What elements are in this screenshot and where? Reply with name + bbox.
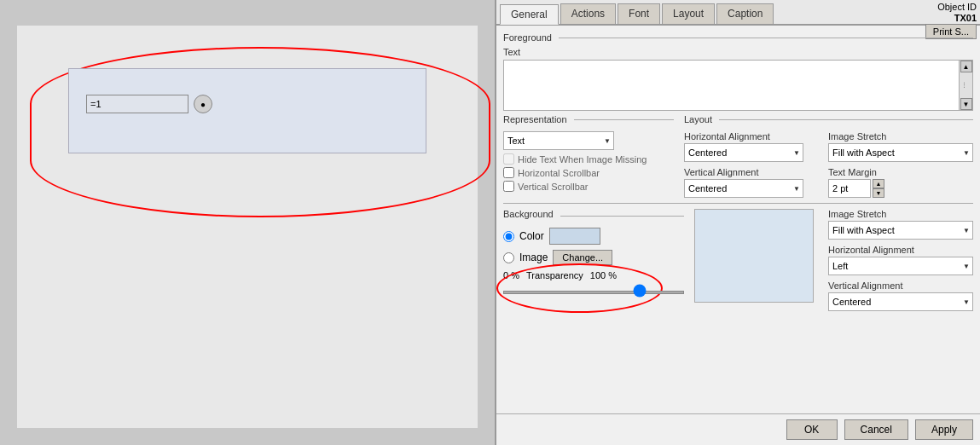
representation-dropdown-row: Text Image Both (503, 131, 674, 150)
bg-image-stretch-select-wrapper: Fill with Aspect Stretch None (828, 221, 973, 240)
bg-left: Background Color Image Change... (503, 209, 684, 311)
bg-v-align-select-wrapper: Centered Top Bottom (828, 292, 973, 311)
text-margin-input[interactable] (828, 179, 871, 198)
object-id-value: TX01 (954, 13, 977, 23)
image-stretch-select[interactable]: Fill with Aspect Stretch None (828, 143, 973, 162)
v-align-label: Vertical Alignment (684, 167, 823, 177)
bg-h-align-select[interactable]: Left Centered Right (828, 257, 973, 275)
tab-caption[interactable]: Caption (716, 3, 774, 24)
representation-select-wrapper: Text Image Both (503, 131, 614, 150)
h-align-field: Horizontal Alignment Centered Left Right (684, 131, 823, 162)
button-bar: OK Cancel Apply (496, 413, 980, 445)
h-align-select-wrapper: Centered Left Right (684, 143, 803, 162)
foreground-text-area[interactable]: ▲ ... ▼ (503, 60, 973, 111)
change-button[interactable]: Change... (553, 250, 612, 265)
background-section: Background Color Image Change... (503, 203, 973, 311)
color-radio-row: Color (503, 228, 684, 245)
spin-up[interactable]: ▲ (873, 179, 884, 188)
canvas-widget: =1 ● (68, 68, 426, 153)
bg-v-align-field: Vertical Alignment Centered Top Bottom (828, 280, 973, 311)
bg-preview (694, 209, 814, 303)
text-margin-label: Text Margin (828, 167, 973, 177)
bg-image-stretch-select[interactable]: Fill with Aspect Stretch None (828, 221, 973, 240)
image-stretch-select-wrapper: Fill with Aspect Stretch None (828, 143, 973, 162)
transparency-row: 0 % Transparency 100 % (503, 270, 684, 280)
v-scrollbar-label: Vertical Scrollbar (518, 182, 589, 192)
widget-circle-btn[interactable]: ● (194, 95, 212, 113)
properties-dialog: General Actions Font Layout Caption Obje… (495, 0, 980, 445)
representation-label: Representation (503, 114, 567, 124)
widget-select[interactable]: =1 (86, 95, 188, 113)
dialog-content: Foreground Text ▲ ... ▼ Representation (496, 26, 980, 413)
h-scrollbar-label: Horizontal Scrollbar (518, 168, 600, 178)
apply-button[interactable]: Apply (915, 419, 973, 440)
scroll-up-btn[interactable]: ▲ (960, 61, 972, 72)
canvas-inner: =1 ● (17, 26, 478, 428)
image-stretch-field: Image Stretch Fill with Aspect Stretch N… (828, 131, 973, 162)
text-sublabel: Text (503, 47, 520, 57)
v-align-select-wrapper: Centered Top Bottom (684, 179, 803, 198)
image-radio-row: Image Change... (503, 250, 684, 265)
bg-h-align-field: Horizontal Alignment Left Centered Right (828, 245, 973, 275)
scroll-down-btn[interactable]: ▼ (960, 98, 972, 110)
canvas-area: =1 ● (0, 0, 495, 445)
tab-general[interactable]: General (500, 4, 559, 25)
hide-text-checkbox[interactable] (503, 153, 514, 165)
tab-bar: General Actions Font Layout Caption Obje… (496, 0, 980, 26)
h-align-label: Horizontal Alignment (684, 131, 823, 142)
tab-layout[interactable]: Layout (662, 3, 715, 24)
bg-v-align-select[interactable]: Centered Top Bottom (828, 292, 973, 311)
tab-font[interactable]: Font (618, 3, 660, 24)
representation-select[interactable]: Text Image Both (503, 131, 614, 150)
color-box[interactable] (549, 228, 600, 245)
bg-v-align-label: Vertical Alignment (828, 280, 973, 291)
background-label: Background (503, 209, 554, 219)
foreground-label: Foreground (503, 32, 552, 43)
color-radio[interactable] (503, 231, 514, 242)
v-align-field: Vertical Alignment Centered Top Bottom (684, 167, 823, 198)
image-stretch-label: Image Stretch (828, 131, 973, 142)
color-radio-label: Color (519, 230, 544, 242)
bg-image-stretch-field: Image Stretch Fill with Aspect Stretch N… (828, 209, 973, 240)
tab-actions[interactable]: Actions (560, 3, 616, 24)
text-margin-field: Text Margin ▲ ▼ (828, 167, 973, 198)
bg-right: Image Stretch Fill with Aspect Stretch N… (828, 209, 973, 311)
object-id-label: Object ID (937, 2, 977, 12)
bg-image-stretch-label: Image Stretch (828, 209, 973, 219)
image-radio[interactable] (503, 252, 514, 263)
bg-h-align-label: Horizontal Alignment (828, 245, 973, 255)
text-margin-row: ▲ ▼ (828, 179, 973, 198)
v-align-select[interactable]: Centered Top Bottom (684, 179, 803, 198)
h-scrollbar-row: Horizontal Scrollbar (503, 167, 674, 178)
text-margin-spinners: ▲ ▼ (873, 179, 884, 198)
hide-text-label: Hide Text When Image Missing (518, 154, 647, 165)
transparency-slider[interactable] (510, 282, 647, 299)
spin-down[interactable]: ▼ (873, 188, 884, 198)
hide-text-row: Hide Text When Image Missing (503, 153, 674, 165)
pct-start: 0 % (503, 270, 519, 280)
layout-label: Layout (684, 114, 712, 124)
widget-dropdown-area: =1 ● (86, 95, 212, 113)
v-scrollbar-row: Vertical Scrollbar (503, 181, 674, 192)
mid-section: Representation Text Image Both Hide Text… (503, 114, 973, 198)
transparency-label: Transparency (526, 270, 583, 280)
layout-grid: Horizontal Alignment Centered Left Right… (684, 131, 973, 198)
image-radio-label: Image (519, 251, 548, 263)
cancel-button[interactable]: Cancel (844, 419, 908, 440)
ok-button[interactable]: OK (786, 419, 838, 440)
representation-section: Representation Text Image Both Hide Text… (503, 114, 674, 198)
h-scrollbar-checkbox[interactable] (503, 167, 514, 178)
bg-h-align-select-wrapper: Left Centered Right (828, 257, 973, 275)
layout-section: Layout Horizontal Alignment Centered Lef… (684, 114, 973, 198)
bg-preview-area (694, 209, 818, 311)
pct-end: 100 % (590, 270, 617, 280)
text-scrollbar[interactable]: ▲ ... ▼ (959, 61, 972, 110)
h-align-select[interactable]: Centered Left Right (684, 143, 803, 162)
v-scrollbar-checkbox[interactable] (503, 181, 514, 192)
